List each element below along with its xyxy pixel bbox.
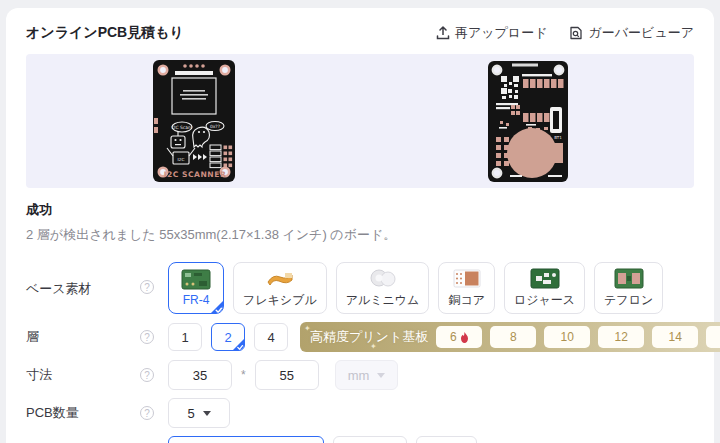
material-option-rogers[interactable]: ロジャース <box>504 262 585 314</box>
svg-text:I2C SCANNER: I2C SCANNER <box>163 170 226 179</box>
reupload-button[interactable]: 再アップロード <box>436 24 548 42</box>
layer-option-2[interactable]: 2 <box>211 323 245 351</box>
gerber-viewer-button[interactable]: ガーバービューア <box>569 24 694 42</box>
selected-check-icon <box>210 300 224 314</box>
product-type-medical[interactable]: 医療用 <box>416 436 477 443</box>
help-icon[interactable]: ? <box>140 368 154 382</box>
page-title: オンラインPCB見積もり <box>26 24 184 42</box>
svg-text:I2C: I2C <box>177 157 184 162</box>
row-quantity: PCB数量 ? 5 <box>26 398 694 428</box>
product-type-industrial[interactable]: 産業用/民生用電子機器 <box>168 436 324 443</box>
row-dimensions: 寸法 ? * mm <box>26 360 694 390</box>
layers-label: 層 <box>26 328 140 346</box>
aluminum-icon <box>368 268 398 289</box>
layer-option-4[interactable]: 4 <box>254 323 288 351</box>
hd-pcb-banner: ✦ ✦ 高精度プリント基板 6 8 10 12 14 16 More <box>300 322 720 352</box>
base-material-label: ベース素材 <box>26 262 140 298</box>
help-icon[interactable]: ? <box>140 330 154 344</box>
sparkle-icon: ✦ <box>304 324 311 333</box>
material-option-flex[interactable]: フレキシブル <box>233 262 327 314</box>
teflon-icon <box>614 268 644 289</box>
dimension-separator: * <box>241 368 246 382</box>
help-icon[interactable]: ? <box>140 280 154 294</box>
product-type-aerospace[interactable]: 航空宇宙 <box>333 436 407 443</box>
status-title: 成功 <box>26 201 694 219</box>
quantity-value: 5 <box>187 406 194 421</box>
material-option-aluminum[interactable]: アルミニウム <box>336 262 430 314</box>
dimension-width-input[interactable] <box>168 360 232 390</box>
dimensions-label: 寸法 <box>26 366 140 384</box>
chevron-down-icon <box>203 411 211 416</box>
status-block: 成功 2 層が検出されました 55x35mm(2.17×1.38 インチ) のボ… <box>26 201 694 244</box>
reupload-label: 再アップロード <box>455 24 548 42</box>
material-option-label: 銅コア <box>448 292 485 309</box>
material-option-copper-core[interactable]: 銅コア <box>438 262 495 314</box>
help-icon[interactable]: ? <box>140 406 154 420</box>
selected-check-icon <box>232 338 245 351</box>
copper-core-icon <box>452 268 482 289</box>
material-option-label: ロジャース <box>514 292 575 309</box>
row-layers: 層 ? 1 2 4 ✦ ✦ 高精度プリント基板 6 8 10 12 14 16 <box>26 322 694 352</box>
rogers-icon <box>530 268 560 289</box>
material-option-label: テフロン <box>604 292 653 309</box>
header: オンラインPCB見積もり 再アップロード ガーバービューア <box>26 24 694 42</box>
svg-text:0x??: 0x?? <box>209 124 220 129</box>
sparkle-icon: ✦ <box>370 342 377 351</box>
material-option-fr4[interactable]: FR-4 <box>168 262 224 314</box>
flame-icon <box>460 332 469 343</box>
layer-option-14[interactable]: 14 <box>652 326 698 348</box>
quote-panel: オンラインPCB見積もり 再アップロード ガーバービューア <box>6 8 714 443</box>
unit-label: mm <box>348 368 370 383</box>
layer-option-12[interactable]: 12 <box>598 326 644 348</box>
dimension-height-input[interactable] <box>255 360 319 390</box>
chevron-down-icon <box>377 373 385 378</box>
layer-option-16[interactable]: 16 <box>706 326 720 348</box>
svg-text:BT1: BT1 <box>554 135 562 140</box>
layer-option-10[interactable]: 10 <box>544 326 590 348</box>
pcb-front-image: I2C Scan! 0x?? I2C I2C SCANNER <box>153 60 235 182</box>
file-search-icon <box>569 26 583 40</box>
material-option-label: フレキシブル <box>243 292 317 309</box>
base-material-options: FR-4 フレキシブル アルミニウム 銅コア ロジャース <box>168 262 663 314</box>
material-option-teflon[interactable]: テフロン <box>594 262 663 314</box>
upload-icon <box>436 26 450 40</box>
fr4-icon <box>181 269 211 290</box>
gerber-viewer-label: ガーバービューア <box>588 24 694 42</box>
row-base-material: ベース素材 ? FR-4 フレキシブル アルミニウム 銅コ <box>26 262 694 314</box>
material-option-label: FR-4 <box>183 293 210 307</box>
pcb-back-image: BT1 <box>488 61 568 182</box>
dimension-unit-select: mm <box>335 360 399 390</box>
layer-option-8[interactable]: 8 <box>490 326 536 348</box>
layer-option-label: 2 <box>224 330 231 345</box>
flex-pcb-icon <box>265 268 295 289</box>
quote-form: ベース素材 ? FR-4 フレキシブル アルミニウム 銅コ <box>26 262 694 443</box>
layer-option-label: 6 <box>450 330 457 344</box>
pcb-preview-banner: I2C Scan! 0x?? I2C I2C SCANNER <box>26 54 694 188</box>
quantity-label: PCB数量 <box>26 404 140 422</box>
status-description: 2 層が検出されました 55x35mm(2.17×1.38 インチ) のボード。 <box>26 226 694 244</box>
layer-option-1[interactable]: 1 <box>168 323 202 351</box>
header-actions: 再アップロード ガーバービューア <box>436 24 694 42</box>
row-product-type: 製品タイプ ? 産業用/民生用電子機器 航空宇宙 医療用 <box>26 436 694 443</box>
layer-option-6[interactable]: 6 <box>436 326 482 348</box>
svg-text:I2C Scan!: I2C Scan! <box>171 125 192 130</box>
quantity-select[interactable]: 5 <box>168 398 230 428</box>
material-option-label: アルミニウム <box>346 292 420 309</box>
